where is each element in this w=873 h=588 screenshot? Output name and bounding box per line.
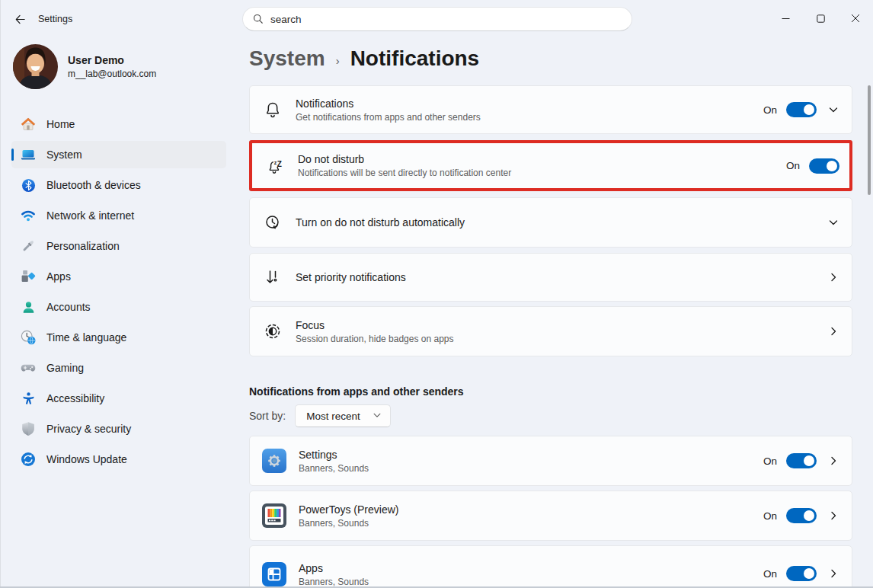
apps-section-title: Notifications from apps and other sender…: [249, 385, 852, 398]
sidebar-item-time-language[interactable]: Time & language: [11, 324, 226, 351]
time-language-icon: [21, 330, 36, 345]
chevron-right-icon: [828, 510, 839, 521]
bluetooth-icon: [21, 177, 36, 193]
sidebar-item-label: Gaming: [46, 362, 84, 374]
sidebar-item-network-internet[interactable]: Network & internet: [11, 202, 226, 229]
app-toggle[interactable]: [786, 566, 817, 581]
sort-dropdown[interactable]: Most recent: [295, 404, 391, 427]
sidebar-item-accounts[interactable]: Accounts: [11, 293, 226, 321]
do-not-disturb-card[interactable]: zZ Do not disturb Notifications will be …: [252, 143, 849, 188]
apps-app-icon: [262, 562, 286, 586]
sidebar: User Demo m__lab@outlook.com HomeSystemB…: [0, 38, 229, 588]
maximize-button[interactable]: [803, 0, 838, 37]
app-subtitle: Banners, Sounds: [299, 518, 763, 529]
toggle-state-label: On: [763, 455, 777, 467]
app-toggle[interactable]: [786, 508, 817, 523]
page-title: Notifications: [350, 46, 480, 71]
user-profile[interactable]: User Demo m__lab@outlook.com: [13, 44, 156, 89]
sidebar-item-home[interactable]: Home: [11, 110, 226, 138]
sidebar-item-personalization[interactable]: Personalization: [11, 232, 226, 260]
toggle-state-label: On: [763, 510, 777, 522]
priority-notifications-card[interactable]: Set priority notifications: [249, 253, 852, 302]
sidebar-item-bluetooth-devices[interactable]: Bluetooth & devices: [11, 171, 226, 199]
sidebar-item-label: Bluetooth & devices: [46, 179, 141, 191]
chevron-right-icon: [828, 326, 839, 337]
search-input[interactable]: [270, 14, 575, 25]
card-title: Set priority notifications: [296, 271, 817, 283]
settings-app-icon: [262, 449, 286, 473]
windows-update-icon: [21, 452, 36, 467]
back-button[interactable]: [10, 9, 30, 29]
app-name: Settings: [299, 449, 763, 461]
sidebar-item-label: Apps: [46, 270, 71, 283]
sort-dropdown-value: Most recent: [306, 411, 360, 422]
sidebar-item-label: Home: [46, 118, 75, 130]
priority-icon: [264, 268, 282, 286]
svg-text:Z: Z: [277, 159, 282, 168]
focus-icon: [264, 322, 282, 340]
sidebar-item-label: Time & language: [46, 331, 126, 344]
chevron-down-icon[interactable]: [828, 104, 839, 115]
do-not-disturb-toggle[interactable]: [809, 158, 839, 174]
app-name: PowerToys (Preview): [299, 503, 763, 516]
notifications-toggle[interactable]: [786, 102, 817, 117]
close-button[interactable]: [838, 0, 873, 37]
sidebar-item-privacy-security[interactable]: Privacy & security: [11, 415, 226, 443]
sidebar-item-label: Accessibility: [46, 392, 104, 404]
titlebar: Settings: [0, 0, 873, 38]
search-icon: [253, 14, 264, 24]
minimize-button[interactable]: [768, 0, 803, 37]
toggle-state-label: On: [763, 104, 777, 116]
scrollbar[interactable]: [868, 85, 871, 195]
apps-icon: [21, 269, 36, 284]
card-subtitle: Get notifications from apps and other se…: [296, 112, 763, 123]
dnd-automatic-card[interactable]: Turn on do not disturb automatically: [249, 197, 852, 248]
main-content: System › Notifications Notifications Get…: [229, 38, 873, 588]
profile-name: User Demo: [68, 54, 156, 66]
gaming-icon: [21, 360, 36, 375]
app-toggle[interactable]: [786, 453, 817, 468]
app-title: Settings: [38, 14, 72, 24]
focus-card[interactable]: Focus Session duration, hide badges on a…: [249, 306, 852, 356]
sidebar-item-label: Personalization: [46, 240, 120, 252]
bell-snooze-icon: zZ: [266, 157, 284, 175]
chevron-down-icon[interactable]: [828, 217, 839, 228]
back-arrow-icon: [14, 14, 26, 25]
app-name: Apps: [299, 562, 763, 574]
sidebar-item-system[interactable]: System: [11, 141, 226, 168]
highlight-box: zZ Do not disturb Notifications will be …: [249, 140, 852, 191]
app-row-settings[interactable]: SettingsBanners, Sounds On: [249, 436, 852, 486]
network-icon: [21, 208, 36, 223]
sidebar-nav: HomeSystemBluetooth & devicesNetwork & i…: [0, 110, 229, 476]
notifications-card[interactable]: Notifications Get notifications from app…: [249, 85, 852, 134]
chevron-right-icon: [828, 272, 839, 283]
sidebar-item-label: System: [46, 149, 82, 161]
sidebar-item-label: Privacy & security: [46, 423, 131, 435]
toggle-state-label: On: [763, 568, 777, 580]
toggle-state-label: On: [786, 160, 800, 171]
breadcrumb-chevron-icon: ›: [336, 54, 340, 67]
app-subtitle: Banners, Sounds: [299, 463, 763, 474]
privacy-icon: [21, 421, 36, 436]
personalization-icon: [21, 238, 36, 254]
sidebar-item-windows-update[interactable]: Windows Update: [11, 446, 226, 473]
app-row-apps[interactable]: AppsBanners, Sounds On: [249, 545, 852, 588]
home-icon: [21, 117, 36, 132]
sort-by-label: Sort by:: [249, 410, 286, 422]
chevron-down-icon: [373, 409, 382, 423]
sidebar-item-accessibility[interactable]: Accessibility: [11, 385, 226, 412]
breadcrumb: System › Notifications: [249, 46, 479, 71]
bell-icon: [264, 101, 282, 119]
sidebar-item-label: Windows Update: [46, 453, 127, 465]
app-row-powertoys-preview[interactable]: PowerToys (Preview)Banners, Sounds On: [249, 491, 852, 541]
card-subtitle: Session duration, hide badges on apps: [296, 334, 817, 344]
accessibility-icon: [21, 391, 36, 406]
sidebar-item-gaming[interactable]: Gaming: [11, 354, 226, 382]
breadcrumb-system[interactable]: System: [249, 46, 325, 71]
sidebar-item-apps[interactable]: Apps: [11, 263, 226, 290]
search-box[interactable]: [242, 7, 632, 31]
card-subtitle: Notifications will be sent directly to n…: [298, 168, 786, 178]
system-icon: [21, 147, 36, 162]
avatar: [13, 44, 58, 89]
accounts-icon: [21, 299, 36, 315]
